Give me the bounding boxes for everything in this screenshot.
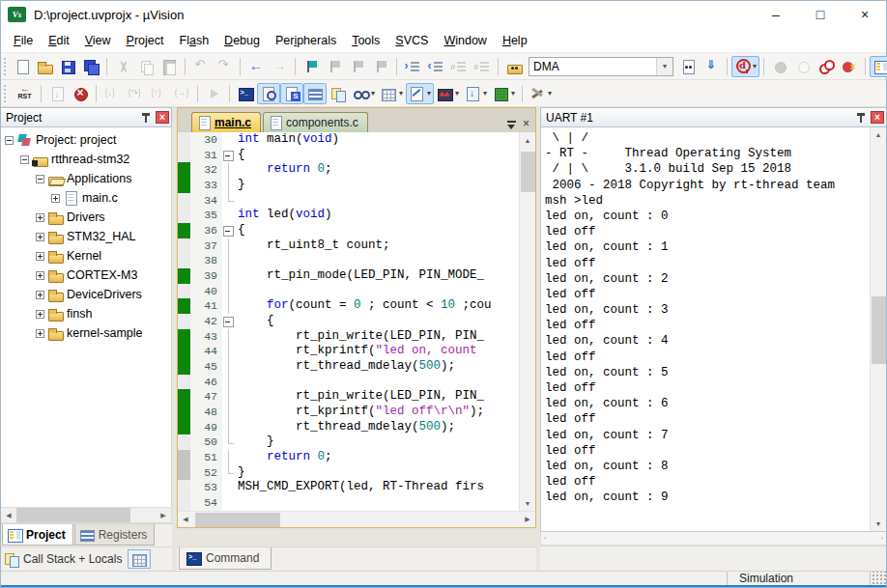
- insert-breakpoint-button[interactable]: [768, 56, 791, 77]
- navigate-back-button[interactable]: [244, 56, 268, 77]
- menu-file[interactable]: File: [6, 30, 41, 51]
- menu-svcs[interactable]: SVCS: [387, 30, 436, 51]
- dropdown-arrow-icon[interactable]: ▾: [483, 89, 487, 98]
- disassembly-window-button[interactable]: [257, 83, 280, 104]
- find-in-files-scope-button[interactable]: [502, 56, 526, 77]
- close-icon[interactable]: ×: [156, 111, 169, 124]
- tab-project[interactable]: Project: [2, 524, 73, 546]
- scroll-right-icon[interactable]: ▶: [156, 508, 171, 522]
- menu-peripherals[interactable]: Peripherals: [268, 30, 344, 51]
- dropdown-arrow-icon[interactable]: ▾: [511, 89, 515, 98]
- dropdown-arrow-icon[interactable]: ▾: [455, 89, 459, 98]
- tree-item-devicedrivers[interactable]: DeviceDrivers: [1, 285, 171, 304]
- expand-icon[interactable]: [51, 194, 60, 203]
- undo-button[interactable]: [189, 56, 213, 77]
- comment-button[interactable]: [447, 56, 471, 77]
- menu-help[interactable]: Help: [495, 30, 535, 51]
- expand-icon[interactable]: [36, 233, 44, 241]
- pin-icon[interactable]: [852, 110, 869, 126]
- step-button[interactable]: [100, 83, 124, 104]
- expand-icon[interactable]: [36, 252, 44, 261]
- code-line-47[interactable]: 47 rt_pin_write(LED_PIN, PIN_: [178, 389, 519, 405]
- code-line-30[interactable]: 30int main(void): [178, 132, 519, 148]
- code-line-42[interactable]: 42 {: [178, 314, 519, 329]
- open-file-button[interactable]: [33, 56, 56, 77]
- scroll-down-icon[interactable]: ▼: [520, 495, 535, 511]
- dropdown-arrow-icon[interactable]: ▾: [548, 89, 552, 98]
- kill-all-breakpoints-button[interactable]: [838, 56, 861, 77]
- expand-icon[interactable]: [36, 213, 44, 222]
- expand-icon[interactable]: [36, 310, 44, 319]
- tree-item-kernel[interactable]: Kernel: [1, 246, 171, 266]
- navigate-forward-button[interactable]: [268, 56, 291, 77]
- save-button[interactable]: [56, 56, 79, 77]
- code-line-35[interactable]: 35int led(void): [178, 208, 519, 223]
- editor-tab-components-c[interactable]: components.c: [263, 112, 368, 132]
- uncomment-button[interactable]: [471, 56, 494, 77]
- code-line-40[interactable]: 40: [178, 284, 519, 299]
- code-line-44[interactable]: 44 rt_kprintf("led on, count: [178, 344, 519, 359]
- scroll-thumb[interactable]: [521, 152, 535, 192]
- code-line-50[interactable]: 50 }: [178, 434, 519, 450]
- serial-windows-button[interactable]: ▾: [406, 83, 434, 104]
- find-button[interactable]: ▾: [731, 56, 759, 77]
- menu-flash[interactable]: Flash: [172, 30, 217, 51]
- scroll-up-icon[interactable]: ▲: [871, 127, 886, 142]
- stop-button[interactable]: [69, 83, 92, 104]
- expand-icon[interactable]: [36, 329, 44, 338]
- code-line-33[interactable]: 33}: [178, 178, 519, 193]
- callstack-tab[interactable]: Call Stack + Locals: [23, 552, 122, 566]
- tree-item-kernel-sample[interactable]: kernel-sample: [1, 323, 171, 343]
- tree-item-stm32-hal[interactable]: STM32_HAL: [1, 227, 171, 246]
- fold-collapse-icon[interactable]: [222, 148, 235, 163]
- code-line-43[interactable]: 43 rt_pin_write(LED_PIN, PIN_: [178, 329, 519, 345]
- system-viewer-button[interactable]: ▾: [462, 83, 490, 104]
- scroll-left-icon[interactable]: ◀: [1, 508, 16, 522]
- step-over-button[interactable]: [124, 83, 147, 104]
- window-layout-button[interactable]: [870, 56, 887, 77]
- code-line-37[interactable]: 37 rt_uint8_t count;: [178, 238, 519, 254]
- save-all-button[interactable]: [79, 56, 102, 77]
- toolbox-button[interactable]: ▾: [490, 83, 518, 104]
- next-bookmark-button[interactable]: [346, 56, 369, 77]
- dropdown-arrow-icon[interactable]: ▾: [656, 58, 672, 75]
- pin-icon[interactable]: [137, 110, 154, 126]
- scroll-thumb[interactable]: [195, 513, 280, 527]
- code-line-32[interactable]: 32 return 0;: [178, 162, 519, 178]
- code-line-52[interactable]: 52}: [178, 465, 519, 481]
- step-out-button[interactable]: [147, 83, 170, 104]
- call-stack-window-button[interactable]: [327, 83, 350, 104]
- code-line-41[interactable]: 41 for(count = 0 ; count < 10 ;cou: [178, 298, 519, 314]
- resize-grip[interactable]: [870, 572, 887, 585]
- close-editor-icon[interactable]: ×: [519, 117, 535, 132]
- memory-window-button[interactable]: [128, 549, 151, 569]
- scroll-right-icon[interactable]: ▶: [520, 513, 535, 527]
- code-line-39[interactable]: 39 rt_pin_mode(LED_PIN, PIN_MODE_: [178, 268, 519, 284]
- tree-item-applications[interactable]: Applications: [1, 169, 171, 188]
- memory-windows-button[interactable]: ▾: [378, 83, 406, 104]
- scroll-thumb[interactable]: [872, 296, 886, 364]
- close-icon[interactable]: ×: [871, 111, 884, 124]
- new-file-button[interactable]: [10, 56, 33, 77]
- code-line-36[interactable]: 36{: [178, 223, 519, 238]
- tree-item-project-project[interactable]: Project: project: [1, 130, 171, 150]
- code-line-48[interactable]: 48 rt_kprintf("led off\r\n");: [178, 405, 519, 420]
- copy-button[interactable]: [134, 56, 157, 77]
- command-tab[interactable]: Command: [179, 547, 272, 570]
- code-line-31[interactable]: 31{: [178, 148, 519, 163]
- fold-collapse-icon[interactable]: [222, 314, 235, 329]
- run-to-line-button[interactable]: [170, 83, 193, 104]
- menu-debug[interactable]: Debug: [216, 30, 268, 51]
- show-next-statement-button[interactable]: [202, 83, 225, 104]
- code-line-53[interactable]: 53MSH_CMD_EXPORT(led, RT-Thread firs: [178, 480, 519, 495]
- search-input[interactable]: [529, 60, 656, 73]
- code-line-34[interactable]: 34: [178, 193, 519, 209]
- code-line-54[interactable]: 54: [178, 495, 519, 511]
- editor-h-scrollbar[interactable]: ◀ ▶: [178, 511, 535, 527]
- previous-bookmark-button[interactable]: [323, 56, 346, 77]
- tree-item-rtthread-stm32[interactable]: rtthread-stm32: [1, 150, 171, 169]
- watch-windows-button[interactable]: ▾: [350, 83, 378, 104]
- incremental-find-button[interactable]: [700, 56, 723, 77]
- code-line-51[interactable]: 51 return 0;: [178, 450, 519, 465]
- analysis-windows-button[interactable]: ▾: [434, 83, 462, 104]
